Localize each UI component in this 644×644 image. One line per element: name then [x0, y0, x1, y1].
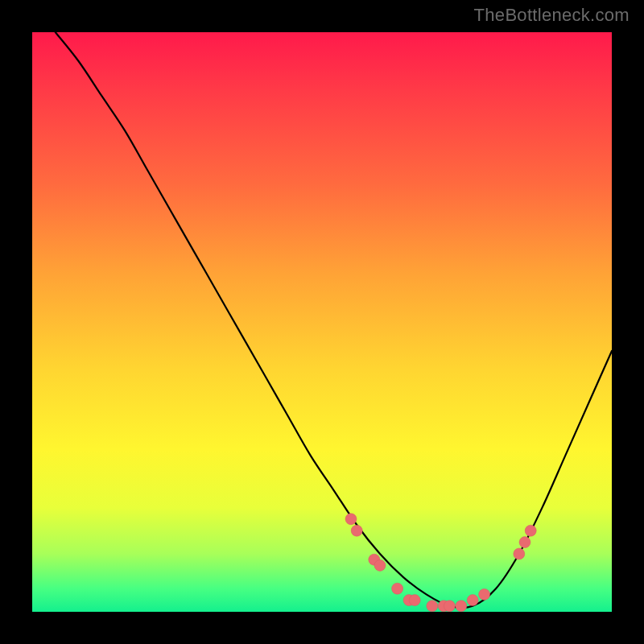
watermark-text: TheBottleneck.com	[474, 5, 630, 26]
plot-area	[32, 32, 612, 612]
data-point	[525, 525, 536, 536]
data-point	[467, 595, 478, 606]
data-point	[409, 595, 420, 606]
data-point	[479, 588, 490, 600]
data-point	[514, 548, 525, 559]
data-point	[345, 514, 357, 525]
chart-stage: TheBottleneck.com	[0, 0, 644, 644]
scatter-points	[345, 514, 536, 612]
chart-overlay	[32, 32, 612, 612]
bottleneck-curve	[56, 32, 612, 608]
data-point	[456, 601, 467, 612]
data-point	[519, 537, 530, 548]
data-point	[374, 559, 386, 571]
data-point	[351, 525, 362, 536]
data-point	[427, 601, 438, 612]
data-point	[444, 601, 455, 612]
data-point	[392, 583, 403, 594]
